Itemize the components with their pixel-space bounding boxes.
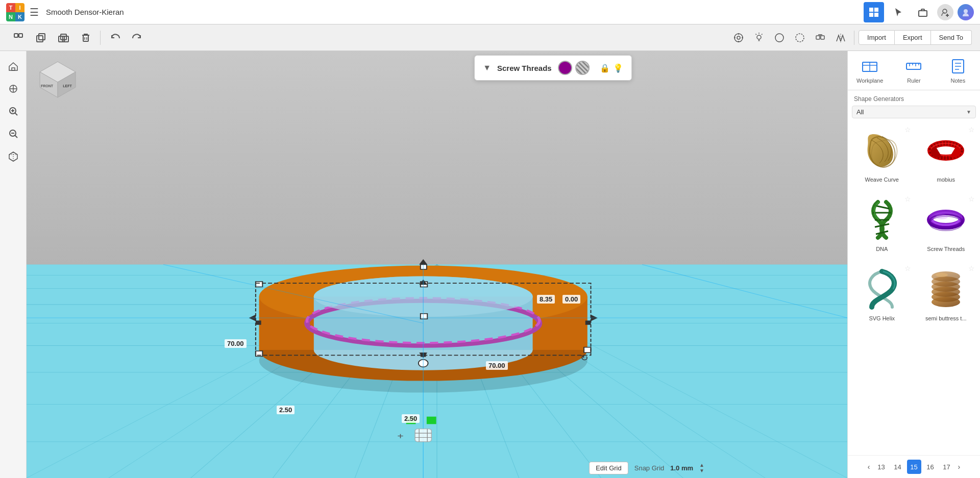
svg-rect-31: [816, 36, 820, 39]
copy-button[interactable]: [31, 28, 51, 48]
svg-point-146: [932, 271, 960, 282]
dim-z: 0.00: [562, 295, 580, 304]
logo-i: I: [15, 3, 24, 12]
page-15-button[interactable]: 15: [907, 460, 921, 474]
pagination-prev[interactable]: ‹: [866, 463, 872, 471]
duplicate-button[interactable]: [53, 28, 74, 48]
add-user-button[interactable]: [937, 4, 953, 20]
svg-rect-36: [12, 68, 15, 70]
shape-row-2: ☆: [852, 194, 976, 255]
pagination-next[interactable]: ›: [956, 463, 963, 471]
hole-button[interactable]: [791, 29, 809, 47]
grid-view-button[interactable]: [864, 2, 884, 22]
dim-height: 8.35: [537, 295, 555, 304]
ruler-icon-button[interactable]: Ruler: [892, 55, 936, 86]
favorite-star[interactable]: ☆: [968, 264, 975, 272]
ruler-label: Ruler: [907, 78, 920, 84]
dna-name: DNA: [876, 246, 888, 252]
shape-item-semi-buttress[interactable]: ☆: [916, 263, 976, 324]
shape-item-mobius[interactable]: ☆: [916, 124, 976, 186]
3d-view-button[interactable]: [4, 147, 22, 165]
page-14-button[interactable]: 14: [891, 460, 905, 474]
edit-grid-button[interactable]: Edit Grid: [589, 462, 628, 474]
page-16-button[interactable]: 16: [923, 460, 938, 474]
fit-view-button[interactable]: [4, 80, 22, 98]
view-tools: [729, 29, 850, 47]
shape-button[interactable]: [770, 29, 789, 47]
redo-button[interactable]: [127, 28, 148, 48]
bottom-bar: Edit Grid Snap Grid 1.0 mm ▲ ▼: [27, 458, 847, 478]
toolbar-separator-2: [854, 31, 854, 45]
pick-tool-button[interactable]: [888, 2, 909, 22]
import-button[interactable]: Import: [859, 30, 895, 45]
svg-helix-thumbnail: [859, 266, 905, 312]
delete-button[interactable]: [76, 28, 96, 48]
zoom-out-button[interactable]: [4, 124, 22, 143]
send-to-button[interactable]: Send To: [931, 30, 972, 45]
logo-n: N: [6, 12, 15, 21]
mirror-button[interactable]: [831, 29, 850, 47]
svg-rect-32: [821, 36, 824, 39]
logo-t: T: [6, 3, 15, 12]
user-avatar[interactable]: [958, 4, 974, 20]
group-button[interactable]: [811, 29, 829, 47]
home-button[interactable]: [4, 57, 22, 76]
viewport-bg: ↻: [27, 51, 847, 478]
favorite-star[interactable]: ☆: [904, 125, 911, 134]
favorite-star[interactable]: ☆: [968, 125, 975, 134]
svg-point-25: [757, 35, 761, 39]
page-13-button[interactable]: 13: [874, 460, 889, 474]
shape-item-weave-curve[interactable]: ☆: [852, 124, 912, 186]
shape-item-screw-threads[interactable]: ☆: [916, 194, 976, 255]
briefcase-button[interactable]: [913, 2, 933, 22]
import-export-group: Import Export Send To: [859, 30, 972, 45]
color-solid[interactable]: [558, 61, 572, 75]
panel-object-title: Screw Threads: [497, 64, 552, 72]
collapse-panel-button[interactable]: ›: [847, 255, 848, 275]
svg-point-148: [936, 273, 948, 277]
workplane-icon-button[interactable]: Workplane: [848, 55, 892, 86]
light-button[interactable]: [750, 29, 768, 47]
lock-icon[interactable]: 🔒: [600, 63, 610, 73]
notes-label: Notes: [950, 78, 965, 84]
page-17-button[interactable]: 17: [940, 460, 954, 474]
svg-point-19: [734, 34, 743, 42]
svg-point-8: [964, 9, 968, 13]
dim-width: 70.00: [225, 339, 247, 348]
svg-point-30: [796, 34, 804, 42]
favorite-star[interactable]: ☆: [904, 195, 911, 203]
undo-button[interactable]: [105, 28, 125, 48]
right-panel: › Workplane: [847, 51, 980, 478]
zoom-in-button[interactable]: [4, 102, 22, 120]
screw-threads-thumbnail: [923, 197, 969, 243]
color-hole[interactable]: [575, 61, 590, 75]
visibility-icon[interactable]: 💡: [613, 63, 623, 73]
semi-buttress-name: semi buttress t...: [925, 315, 967, 321]
favorite-star[interactable]: ☆: [968, 195, 975, 203]
cut-button[interactable]: [8, 28, 29, 48]
canvas-area[interactable]: ↻: [27, 51, 847, 478]
svg-rect-4: [919, 11, 927, 16]
svg-point-29: [775, 34, 783, 42]
svg-rect-13: [59, 36, 64, 42]
export-button[interactable]: Export: [895, 30, 931, 45]
snap-grid-arrows[interactable]: ▲ ▼: [699, 462, 704, 473]
shape-generators-filter[interactable]: All ▼: [852, 106, 976, 118]
svg-rect-11: [37, 36, 43, 42]
panel-collapse-arrow[interactable]: ▼: [483, 63, 491, 72]
shape-item-svg-helix[interactable]: ☆ SVG Helix: [852, 263, 912, 324]
svg-line-45: [15, 136, 17, 138]
shape-item-dna[interactable]: ☆: [852, 194, 912, 255]
view-target-button[interactable]: [729, 29, 748, 47]
weave-curve-thumbnail: [859, 128, 905, 173]
svg-line-41: [15, 113, 17, 116]
menu-icon[interactable]: ☰: [30, 6, 39, 18]
filter-label: All: [856, 108, 864, 116]
favorite-star[interactable]: ☆: [904, 264, 911, 272]
view-cube[interactable]: FRONT LEFT: [35, 59, 76, 100]
snap-grid-value: 1.0 mm: [670, 464, 693, 472]
app-title: Smooth Densor-Kieran: [46, 8, 124, 16]
svg-text:+: +: [397, 431, 404, 440]
notes-icon-button[interactable]: Notes: [936, 55, 980, 86]
svg-rect-3: [874, 13, 878, 17]
